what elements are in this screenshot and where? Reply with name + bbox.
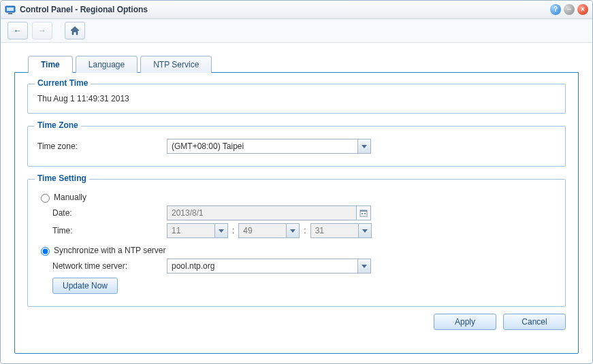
time-separator: : — [304, 226, 306, 235]
close-button[interactable]: × — [577, 4, 588, 15]
chevron-down-icon — [358, 224, 371, 237]
ntp-server-value: pool.ntp.org — [167, 261, 357, 271]
home-button[interactable] — [65, 22, 85, 39]
home-icon — [70, 26, 80, 35]
tab-panel-time: Current Time Thu Aug 1 11:49:31 2013 Tim… — [14, 72, 579, 354]
chevron-down-icon — [357, 139, 370, 153]
hour-select[interactable]: 11 — [167, 223, 228, 238]
time-separator: : — [232, 226, 234, 235]
tab-ntp-service[interactable]: NTP Service — [140, 56, 212, 73]
tab-strip: Time Language NTP Service — [28, 55, 579, 72]
cancel-button[interactable]: Cancel — [503, 314, 566, 330]
arrow-left-icon: ← — [14, 26, 22, 35]
chevron-down-icon — [357, 259, 370, 273]
svg-rect-1 — [7, 7, 14, 11]
date-value: 2013/8/1 — [167, 208, 356, 218]
toolbar: ← → — [1, 19, 592, 43]
help-button[interactable]: ? — [550, 4, 561, 15]
ntp-server-label: Network time server: — [52, 261, 167, 271]
legend-time-setting: Time Setting — [35, 173, 89, 183]
timezone-select[interactable]: (GMT+08:00) Taipei — [167, 139, 371, 154]
group-time-setting: Time Setting Manually Date: 2013/8/1 — [27, 179, 566, 307]
calendar-icon — [356, 206, 370, 220]
chevron-down-icon — [214, 224, 227, 237]
window-controls: ? – × — [550, 4, 588, 15]
group-current-time: Current Time Thu Aug 1 11:49:31 2013 — [27, 84, 566, 114]
svg-rect-5 — [362, 213, 363, 214]
ntp-sync-label: Synchronize with a NTP server — [54, 246, 166, 255]
second-value: 31 — [311, 226, 358, 235]
timezone-label: Time zone: — [37, 142, 167, 151]
date-field[interactable]: 2013/8/1 — [167, 205, 371, 220]
forward-button[interactable]: → — [32, 22, 52, 39]
content-area: Time Language NTP Service Current Time T… — [1, 43, 592, 363]
svg-rect-2 — [8, 13, 12, 14]
chevron-down-icon — [286, 224, 299, 237]
footer-buttons: Apply Cancel — [27, 314, 566, 330]
minimize-button[interactable]: – — [564, 4, 575, 15]
title-bar: Control Panel - Regional Options ? – × — [1, 1, 592, 19]
update-now-button[interactable]: Update Now — [52, 278, 118, 294]
timezone-value: (GMT+08:00) Taipei — [167, 142, 357, 151]
legend-current-time: Current Time — [35, 78, 91, 88]
hour-value: 11 — [167, 226, 214, 235]
time-label: Time: — [52, 226, 167, 235]
minute-select[interactable]: 49 — [238, 223, 300, 238]
back-button[interactable]: ← — [7, 22, 28, 39]
second-select[interactable]: 31 — [310, 223, 372, 238]
window-title: Control Panel - Regional Options — [20, 5, 550, 14]
arrow-right-icon: → — [38, 26, 46, 35]
svg-rect-6 — [364, 213, 366, 214]
apply-button[interactable]: Apply — [434, 314, 496, 330]
radio-manually[interactable] — [41, 194, 50, 203]
group-time-zone: Time Zone Time zone: (GMT+08:00) Taipei — [27, 126, 566, 167]
current-time-value: Thu Aug 1 11:49:31 2013 — [37, 94, 556, 103]
tab-language[interactable]: Language — [76, 56, 138, 73]
window: Control Panel - Regional Options ? – × ←… — [0, 0, 593, 364]
app-icon — [5, 4, 16, 15]
manually-label: Manually — [54, 193, 86, 202]
ntp-server-combo[interactable]: pool.ntp.org — [167, 259, 371, 274]
tab-time[interactable]: Time — [28, 56, 73, 73]
radio-ntp[interactable] — [41, 247, 50, 256]
svg-rect-4 — [360, 210, 367, 212]
legend-time-zone: Time Zone — [35, 120, 81, 130]
minute-value: 49 — [239, 226, 286, 235]
date-label: Date: — [52, 208, 167, 218]
